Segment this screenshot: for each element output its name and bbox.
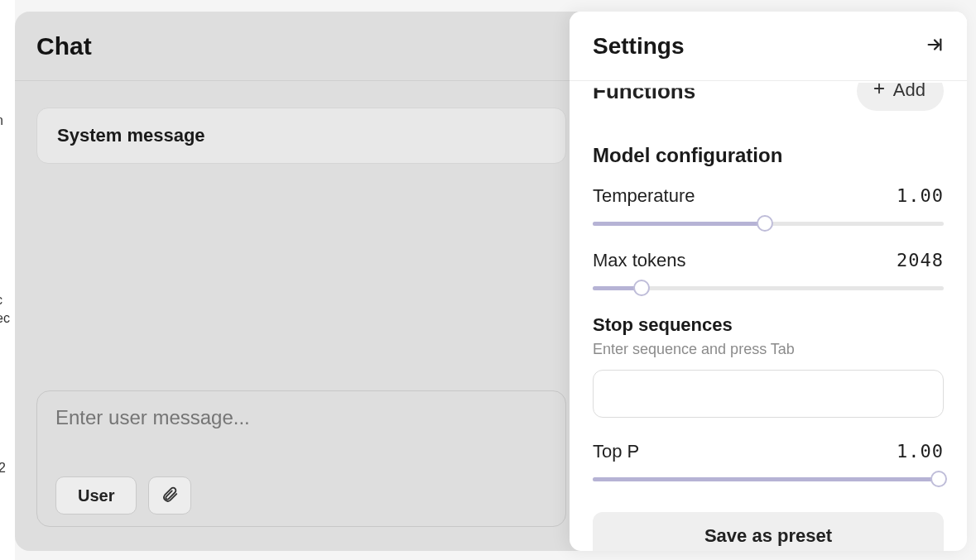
settings-header: Settings xyxy=(570,12,967,81)
settings-title: Settings xyxy=(593,33,684,60)
temperature-label: Temperature xyxy=(593,185,695,207)
temperature-value: 1.00 xyxy=(897,185,944,206)
top-p-row: Top P 1.00 xyxy=(593,441,944,484)
collapse-right-icon xyxy=(926,36,944,57)
user-message-input[interactable] xyxy=(55,406,547,429)
system-message-label: System message xyxy=(57,125,205,146)
max-tokens-slider[interactable] xyxy=(593,283,944,293)
paperclip-icon xyxy=(161,486,179,506)
page-title: Chat xyxy=(36,32,92,60)
functions-section: Functions Add xyxy=(593,81,944,117)
top-p-slider[interactable] xyxy=(593,474,944,484)
add-function-button[interactable]: Add xyxy=(857,81,944,111)
save-preset-button[interactable]: Save as preset xyxy=(593,512,944,551)
model-config-heading: Model configuration xyxy=(593,144,944,167)
stop-sequences-label: Stop sequences xyxy=(593,314,944,336)
functions-label: Functions xyxy=(593,81,695,104)
add-label: Add xyxy=(893,81,926,101)
temperature-row: Temperature 1.00 xyxy=(593,185,944,228)
plus-icon xyxy=(872,81,887,101)
truncated-sidebar: n ns ns c ec nA 2 xyxy=(0,0,15,560)
attach-button[interactable] xyxy=(148,476,191,515)
stop-sequences-hint: Enter sequence and press Tab xyxy=(593,341,944,358)
max-tokens-value: 2048 xyxy=(897,250,944,270)
message-composer: User xyxy=(36,390,566,527)
settings-body: Functions Add Model configuration Temper… xyxy=(570,81,967,551)
stop-sequences-input[interactable] xyxy=(593,370,944,418)
settings-panel: Settings Functions Add xyxy=(570,12,967,551)
temperature-slider[interactable] xyxy=(593,218,944,228)
role-toggle-button[interactable]: User xyxy=(55,476,137,515)
system-message-field[interactable]: System message xyxy=(36,108,566,164)
top-p-label: Top P xyxy=(593,441,639,462)
top-p-value: 1.00 xyxy=(897,441,944,462)
collapse-panel-button[interactable] xyxy=(926,36,944,57)
stop-sequences-section: Stop sequences Enter sequence and press … xyxy=(593,314,944,418)
max-tokens-label: Max tokens xyxy=(593,250,686,271)
max-tokens-row: Max tokens 2048 xyxy=(593,250,944,293)
